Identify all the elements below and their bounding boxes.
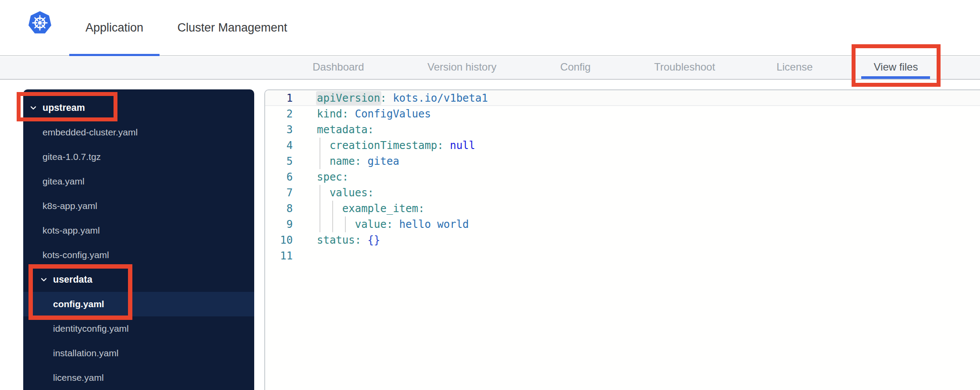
code-line-2: 2kind: ConfigValues [265,106,980,122]
code-line-8: 8 example_item: [265,201,980,216]
file-label: gitea.yaml [43,176,85,187]
file-label: identityconfig.yaml [53,323,129,334]
token-plain [361,155,367,167]
nav-item-license[interactable]: License [777,57,813,79]
file-label: installation.yaml [53,348,118,358]
tree-row-gitea-yaml[interactable]: gitea.yaml [23,169,254,194]
token-key: : [355,234,361,246]
code-text: status: {} [317,232,380,248]
token-plain [361,234,367,246]
file-viewer-panel: 1apiVersion: kots.io/v1beta12kind: Confi… [264,89,980,390]
tree-row-embedded-cluster-yaml[interactable]: embedded-cluster.yaml [23,120,254,145]
code-line-10: 10status: {} [265,232,980,248]
token-key: metadata [317,124,368,136]
token-val: kots.io/v1beta1 [393,92,488,104]
folder-label: upstream [43,103,85,113]
tree-row-gitea-1-0-7-tgz[interactable]: gitea-1.0.7.tgz [23,145,254,169]
code-text: example_item: [317,201,425,216]
token-plain [393,218,399,230]
tab-cluster-management[interactable]: Cluster Management [173,0,291,55]
code-line-11: 11 [265,248,980,264]
tree-row-userdata[interactable]: userdata [23,267,254,292]
token-plain [387,92,393,104]
file-label: gitea-1.0.7.tgz [43,152,101,162]
code-editor[interactable]: 1apiVersion: kots.io/v1beta12kind: Confi… [265,90,980,264]
token-key: : [342,108,348,120]
token-key: status [317,234,355,246]
token-plain [348,108,355,120]
file-label: license.yaml [53,372,104,383]
token-key: : [387,218,393,230]
nav-item-troubleshoot[interactable]: Troubleshoot [654,57,715,79]
code-text: creationTimestamp: null [317,138,475,153]
token-key: : [437,139,444,152]
nav-item-config[interactable]: Config [560,57,590,79]
code-line-9: 9 value: hello world [265,216,980,232]
token-plain [317,202,342,215]
token-bracket: {} [368,234,380,246]
tree-row-kots-config-yaml[interactable]: kots-config.yaml [23,243,254,267]
token-val: ConfigValues [355,108,431,120]
kots-admin-console: { "header": { "logo_icon": "kubernetes-h… [0,0,980,390]
token-key: apiVersion [317,92,380,104]
chevron-down-icon[interactable] [39,275,48,284]
token-key: : [342,171,348,183]
code-text: values: [317,185,374,201]
tree-row-k8s-app-yaml[interactable]: k8s-app.yaml [23,194,254,218]
token-plain [317,155,330,167]
code-text: value: hello world [317,216,469,232]
token-plain [317,187,330,199]
code-line-6: 6spec: [265,169,980,185]
token-key: spec [317,171,342,183]
file-label: embedded-cluster.yaml [43,127,138,138]
line-number: 11 [265,248,293,264]
line-number: 7 [265,185,293,201]
code-text: spec: [317,169,348,185]
file-tree-panel: upstreamembedded-cluster.yamlgitea-1.0.7… [23,89,254,390]
code-line-3: 3metadata: [265,122,980,138]
tree-row-kots-app-yaml[interactable]: kots-app.yaml [23,218,254,243]
line-number: 6 [265,169,293,185]
file-label: kots-config.yaml [43,250,109,260]
file-label: k8s-app.yaml [43,201,97,211]
line-number: 9 [265,216,293,232]
folder-label: userdata [53,274,92,285]
app-header: Application Cluster Management [0,0,980,56]
tree-row-identityconfig-yaml[interactable]: identityconfig.yaml [23,316,254,341]
nav-item-version-history[interactable]: Version history [427,57,496,79]
token-plain [317,218,355,230]
tree-row-config-yaml[interactable]: config.yaml [23,292,254,316]
tree-row-upstream[interactable]: upstream [23,96,254,120]
line-number: 4 [265,138,293,153]
token-key: : [418,202,424,215]
token-key: : [368,124,374,136]
kubernetes-logo-icon[interactable] [27,10,53,35]
token-val: hello world [399,218,469,230]
token-key: name [330,155,355,167]
token-plain [317,139,330,152]
active-tab-underline [69,54,160,56]
token-key: : [355,155,361,167]
file-label: config.yaml [53,299,104,309]
nav-item-dashboard[interactable]: Dashboard [312,57,364,79]
nav-item-view-files[interactable]: View files [874,57,918,79]
line-number: 1 [265,90,293,106]
code-text: name: gitea [317,153,399,169]
tab-application[interactable]: Application [69,0,160,55]
code-line-7: 7 values: [265,185,980,201]
chevron-down-icon[interactable] [29,103,38,112]
line-number: 2 [265,106,293,122]
line-number: 5 [265,153,293,169]
line-number: 8 [265,201,293,216]
token-val: gitea [368,155,399,167]
code-text: metadata: [317,122,374,138]
token-key: : [368,187,374,199]
token-key: : [380,92,387,104]
tree-row-license-yaml[interactable]: license.yaml [23,365,254,390]
token-null: null [450,139,475,152]
token-key: creationTimestamp [330,139,437,152]
code-line-4: 4 creationTimestamp: null [265,138,980,153]
file-label: kots-app.yaml [43,225,100,236]
code-text: kind: ConfigValues [317,106,431,122]
tree-row-installation-yaml[interactable]: installation.yaml [23,341,254,365]
